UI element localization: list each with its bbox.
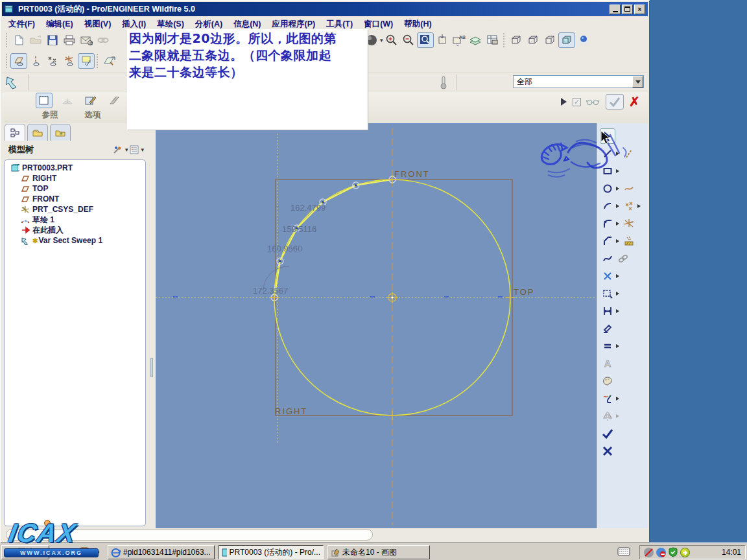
email-icon[interactable]: @ [78, 32, 95, 48]
palette-icon[interactable] [600, 373, 615, 389]
link-icon[interactable] [95, 32, 112, 48]
modify-icon[interactable] [600, 321, 615, 336]
shaded-icon[interactable] [558, 32, 575, 48]
tab-folder-browser[interactable] [27, 124, 48, 141]
tray-update-icon[interactable] [680, 548, 690, 557]
sketch-orient-icon[interactable] [101, 53, 118, 69]
polygon-edges[interactable] [274, 180, 392, 298]
sweep-feature-icon[interactable] [4, 75, 21, 90]
menu-item-analysis[interactable]: 分析(A) [195, 19, 222, 30]
chevron-down-icon[interactable] [632, 76, 643, 88]
tree-item-front[interactable]: FRONT [5, 194, 145, 204]
sketch-canvas[interactable]: 162.4799 158.5116 160.9560 172.3567 FRON… [156, 123, 597, 528]
hidden-line-icon[interactable] [525, 32, 541, 48]
tree-item-insert-here[interactable]: 在此插入 [5, 225, 145, 235]
close-button[interactable]: × [634, 5, 645, 14]
graphics-area[interactable]: 162.4799 158.5116 160.9560 172.3567 FRON… [156, 123, 597, 528]
text-icon[interactable]: A [600, 356, 615, 371]
csys-create-icon[interactable]: x [621, 216, 637, 231]
filter-combobox[interactable]: 全部 [513, 75, 644, 88]
panel-splitter[interactable] [148, 123, 156, 528]
accept-icon[interactable] [606, 94, 624, 110]
no-hidden-icon[interactable] [541, 32, 558, 48]
dimension-value[interactable]: 172.3567 [253, 286, 288, 296]
tree-tools-icon[interactable] [112, 145, 124, 155]
cancel-icon[interactable]: ✗ [629, 95, 640, 108]
tree-item-top[interactable]: TOP [5, 183, 145, 194]
zoom-out-icon[interactable] [400, 32, 417, 48]
tree-item-prt0003[interactable]: PRT0003.PRT [5, 163, 145, 173]
maximize-button[interactable] [622, 5, 633, 14]
tab-references[interactable]: 参照 [36, 110, 64, 121]
realism-icon[interactable] [575, 32, 592, 48]
view-manager-icon[interactable] [484, 32, 501, 48]
circle-icon[interactable] [600, 181, 615, 196]
menu-item-file[interactable]: 文件(F) [8, 19, 35, 30]
csys-display-icon[interactable] [61, 53, 78, 69]
section-sketch-icon[interactable] [36, 93, 53, 108]
constraint-icon[interactable] [600, 338, 615, 354]
tree-item-sketch1[interactable]: 草绘 1 [5, 215, 145, 225]
menu-item-insert[interactable]: 插入(I) [122, 19, 146, 30]
model-tree[interactable]: PRT0003.PRT RIGHT TOP FRONT [4, 159, 146, 526]
saved-views-icon[interactable]: AB [451, 32, 468, 48]
done-icon[interactable] [600, 426, 615, 441]
plane-display-icon[interactable] [10, 53, 27, 69]
axis-display-icon[interactable] [27, 53, 44, 69]
annotation-display-icon[interactable] [78, 53, 95, 69]
tray-antivirus-shield-icon[interactable] [669, 547, 678, 557]
chevron-down-icon[interactable]: ▾ [125, 146, 128, 153]
open-icon[interactable] [27, 32, 44, 48]
line-icon[interactable] [600, 146, 615, 161]
menu-item-sketch[interactable]: 草绘(S) [157, 19, 184, 30]
menu-item-applications[interactable]: 应用程序(P) [272, 19, 316, 30]
tray-messenger-icon[interactable] [656, 548, 666, 557]
layers-icon[interactable] [468, 32, 484, 48]
wave-icon[interactable] [621, 181, 637, 196]
play-icon[interactable] [560, 97, 567, 106]
rectangle-icon[interactable] [600, 163, 615, 179]
zoom-in-icon[interactable] [383, 32, 400, 48]
taskbar-task-browser[interactable]: #pid10631411#pid1063... [108, 545, 215, 559]
new-file-icon[interactable] [10, 32, 27, 48]
taskbar-clock[interactable]: 14:01 [722, 548, 741, 557]
tree-item-csys[interactable]: PRT_CSYS_DEF [5, 204, 145, 215]
title-bar[interactable]: PRT0003 (活动的) - Pro/ENGINEER Wildfire 5.… [2, 2, 648, 16]
use-edge-icon[interactable] [600, 286, 615, 301]
tangent-hatch-icon[interactable] [106, 93, 123, 108]
point-display-icon[interactable] [44, 53, 61, 69]
trim-icon[interactable] [600, 391, 615, 406]
print-icon[interactable] [61, 32, 78, 48]
save-icon[interactable] [44, 32, 61, 48]
mesh-surface-icon[interactable] [59, 93, 76, 108]
menu-item-info[interactable]: 信息(N) [233, 19, 261, 30]
tab-favorites[interactable]: ✳ [50, 124, 71, 141]
fillet-icon[interactable] [600, 216, 615, 231]
pause-checkbox-icon[interactable]: ✓ [573, 98, 581, 106]
wireframe-icon[interactable] [508, 32, 525, 48]
tray-mouse-icon[interactable] [644, 548, 654, 557]
quit-icon[interactable] [600, 443, 615, 459]
menu-item-edit[interactable]: 编辑(E) [46, 19, 73, 30]
spline-icon[interactable] [600, 251, 615, 266]
reorient-icon[interactable] [434, 32, 451, 48]
hatch-icon[interactable] [621, 233, 637, 249]
arc-icon[interactable] [600, 198, 615, 214]
chamfer-icon[interactable] [600, 233, 615, 249]
menu-item-help[interactable]: 帮助(H) [404, 19, 431, 30]
dimension-value[interactable]: 158.5116 [282, 224, 316, 234]
edit-sketch-icon[interactable] [82, 93, 99, 108]
menu-item-view[interactable]: 视图(V) [84, 19, 112, 30]
language-keyboard-icon[interactable] [617, 547, 630, 556]
preview-glasses-icon[interactable] [586, 98, 600, 106]
centerline-icon[interactable] [621, 146, 637, 161]
link-chain-icon[interactable] [615, 251, 631, 266]
chevron-down-icon[interactable]: ▾ [141, 146, 144, 153]
mirror-icon[interactable] [600, 408, 615, 424]
tree-item-var-sect-sweep[interactable]: ✱ Var Sect Sweep 1 [5, 235, 145, 246]
taskbar-task-paint[interactable]: 未命名10 - 画图 [327, 545, 430, 559]
tree-settings-icon[interactable] [129, 145, 139, 155]
taskbar-task-proe[interactable]: PRT0003 (活动的) - Pro/... [219, 545, 324, 559]
dimension-icon[interactable] [600, 303, 615, 319]
select-icon[interactable] [600, 128, 615, 144]
